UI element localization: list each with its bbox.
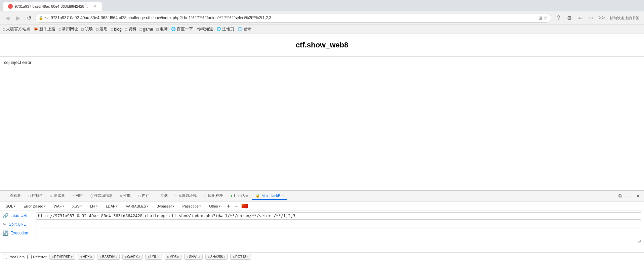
lock-icon: 🔒 bbox=[39, 16, 43, 20]
add-btn[interactable]: + bbox=[226, 203, 231, 209]
bookmark-zhichang[interactable]: □ 职场 bbox=[81, 26, 93, 32]
variables-btn[interactable]: VARIABLES ▾ bbox=[123, 203, 151, 209]
devtools-close-btn[interactable]: ✕ bbox=[635, 192, 641, 199]
bookmark-diannao[interactable]: □ 电脑 bbox=[156, 26, 168, 32]
tab-hackbar[interactable]: ● HackBar bbox=[227, 192, 251, 200]
execution-textarea[interactable] bbox=[36, 230, 641, 243]
tab-storage[interactable]: □ 存储 bbox=[153, 192, 171, 200]
bookmark-label: 运用 bbox=[99, 26, 108, 32]
lfi-btn[interactable]: LFI ▾ bbox=[87, 203, 101, 209]
tab-viewer[interactable]: □ 查看器 bbox=[3, 192, 24, 200]
address-bar[interactable]: 🔒 🛡 9731a937-0a92-49ac-80e4-363fd864a428… bbox=[35, 13, 551, 23]
load-url-label[interactable]: Load URL bbox=[10, 213, 29, 218]
tab-close-btn[interactable]: ✕ bbox=[93, 4, 96, 9]
load-url-input[interactable] bbox=[36, 212, 641, 220]
mobile-bookmarks-button[interactable]: 移动设备上的书签 bbox=[608, 13, 641, 23]
tab-label: 无障碍环境 bbox=[178, 193, 197, 198]
referrer-checkbox-label[interactable]: Referrer bbox=[27, 255, 46, 259]
hex-btn[interactable]: « HEX » bbox=[78, 254, 95, 260]
tab-debugger[interactable]: ○ 调试器 bbox=[47, 192, 68, 200]
tab-memory[interactable]: □ 内存 bbox=[135, 192, 153, 200]
tab-label: HackBar bbox=[234, 194, 248, 198]
settings-button[interactable]: ⚙ bbox=[565, 13, 574, 23]
split-url-input[interactable] bbox=[36, 221, 641, 228]
oxhex-btn[interactable]: « 0xHEX » bbox=[122, 254, 143, 260]
md5-right-arrow: » bbox=[177, 255, 179, 259]
more-button[interactable]: >> bbox=[597, 13, 606, 23]
passcode-btn[interactable]: Passcode ▾ bbox=[179, 203, 204, 209]
xss-btn[interactable]: XSS ▾ bbox=[69, 203, 85, 209]
execution-label[interactable]: Execution bbox=[10, 231, 28, 235]
tab-application[interactable]: ⠿ 应用程序 bbox=[201, 192, 226, 200]
bookmark-label: 注销页 bbox=[222, 26, 234, 32]
undo-button[interactable]: ↩ bbox=[575, 13, 585, 23]
bookmark-xinshoulv[interactable]: 🦊 新手上路 bbox=[34, 26, 55, 32]
devtools-menu-btn[interactable]: ⋯ bbox=[625, 192, 633, 199]
bookmark-ziliao[interactable]: □ 资料 bbox=[125, 26, 136, 32]
tab-max-hackbar[interactable]: 🔒 Max HackBar bbox=[252, 192, 287, 200]
tab-network[interactable]: ↕ 网络 bbox=[69, 192, 86, 200]
bookmark-huolang[interactable]: □ 火狐官方站点 bbox=[3, 26, 30, 32]
folder-icon: □ bbox=[59, 27, 61, 31]
active-tab[interactable]: 9731a937-0a92-49ac-80e4-363fd8642428.cha… bbox=[3, 2, 102, 11]
bypasser-btn[interactable]: Bypasser ▾ bbox=[154, 203, 177, 209]
passcode-arrow: ▾ bbox=[199, 204, 201, 208]
bookmark-yunyong[interactable]: □ 运用 bbox=[96, 26, 108, 32]
variables-label: VARIABLES bbox=[126, 204, 146, 208]
bookmark-blog[interactable]: □ blog bbox=[111, 27, 122, 32]
post-data-checkbox-label[interactable]: Post Data bbox=[3, 255, 25, 259]
rot13-label: ROT13 bbox=[235, 255, 246, 259]
md5-btn[interactable]: « MD5 » bbox=[165, 254, 182, 260]
tab-favicon bbox=[8, 4, 13, 9]
hackbar-body: 🔗 Load URL ✂ Split URL 🔄 Execution bbox=[0, 211, 644, 252]
rot13-btn[interactable]: « ROT13 » bbox=[230, 254, 251, 260]
reverse-right-arrow: » bbox=[71, 255, 73, 259]
sha256-btn[interactable]: « SHA256 » bbox=[205, 254, 228, 260]
bookmark-label: 常用网址 bbox=[62, 26, 78, 32]
tab-label: 控制台 bbox=[32, 193, 43, 198]
oxhex-right-arrow: » bbox=[138, 255, 140, 259]
ldap-btn[interactable]: LDAP ▾ bbox=[103, 203, 121, 209]
referrer-checkbox[interactable] bbox=[27, 255, 32, 259]
tab-performance[interactable]: ○ 性能 bbox=[117, 192, 134, 200]
tab-accessibility[interactable]: ↑ 无障碍环境 bbox=[172, 192, 200, 200]
bookmark-denglu[interactable]: 🌐 登录 bbox=[238, 26, 251, 32]
sql-arrow: ▾ bbox=[14, 204, 15, 208]
bookmark-baidu[interactable]: 🌐 百度一下，你就知道 bbox=[171, 26, 213, 32]
rot13-left-arrow: « bbox=[233, 255, 235, 259]
forward-button[interactable]: ▶ bbox=[13, 13, 23, 23]
grid-icon[interactable]: ⊞ bbox=[538, 15, 542, 21]
reload-button[interactable]: ↺ bbox=[24, 13, 34, 23]
tab-label: 应用程序 bbox=[208, 193, 223, 198]
redo-button[interactable]: ↪ bbox=[586, 13, 596, 23]
sql-btn[interactable]: SQL ▾ bbox=[3, 203, 18, 209]
sha1-btn[interactable]: « SHA1 » bbox=[184, 254, 203, 260]
error-based-btn[interactable]: Error Based ▾ bbox=[21, 203, 49, 209]
url-btn[interactable]: « URL » bbox=[145, 254, 162, 260]
md5-label: MD5 bbox=[169, 255, 176, 259]
post-data-checkbox[interactable] bbox=[3, 255, 7, 259]
devtools-panel: □ 查看器 □ 控制台 ○ 调试器 ↕ 网络 {} 样式编辑器 ○ 性能 □ 内… bbox=[0, 190, 644, 261]
bookmark-game[interactable]: □ game bbox=[140, 27, 153, 32]
error-text: sql inject error bbox=[4, 60, 32, 65]
memory-icon: □ bbox=[138, 194, 140, 198]
minus-btn[interactable]: − bbox=[234, 203, 239, 209]
other-btn[interactable]: Other ▾ bbox=[206, 203, 224, 209]
star-icon[interactable]: ☆ bbox=[544, 15, 548, 21]
sql-label: SQL bbox=[6, 204, 13, 208]
split-url-label[interactable]: Split URL bbox=[9, 222, 26, 227]
devtools-undock-btn[interactable]: ⧉ bbox=[617, 192, 623, 199]
tab-label: 样式编辑器 bbox=[94, 193, 113, 198]
tab-console[interactable]: □ 控制台 bbox=[25, 192, 46, 200]
tab-style-editor[interactable]: {} 样式编辑器 bbox=[87, 192, 116, 200]
help-button[interactable]: ? bbox=[554, 13, 563, 23]
folder-icon: □ bbox=[3, 27, 5, 31]
base64-btn[interactable]: « BASE64 » bbox=[97, 254, 120, 260]
reverse-left-arrow: « bbox=[52, 255, 54, 259]
bookmark-changyong[interactable]: □ 常用网址 bbox=[59, 26, 78, 32]
reverse-btn[interactable]: « REVERSE » bbox=[49, 254, 75, 260]
rot13-right-arrow: » bbox=[247, 255, 249, 259]
waf-btn[interactable]: WAF ▾ bbox=[51, 203, 67, 209]
back-button[interactable]: ◀ bbox=[3, 13, 12, 23]
bookmark-zhuxiao[interactable]: 🌐 注销页 bbox=[216, 26, 234, 32]
